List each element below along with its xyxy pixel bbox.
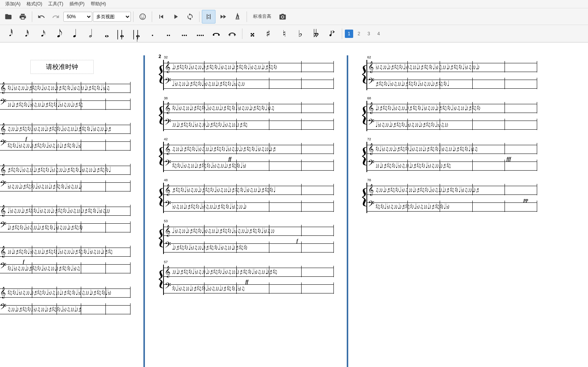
note-quarter-button[interactable]: 𝅘𝅥 [65, 26, 80, 41]
print-button[interactable] [16, 10, 30, 24]
treble-staff[interactable]: 𝄞 ♫ ♪♪ ♩♪ ♬ ♯♫ ♯♪ ♩ ♭♪ ♫ ♪♪ ♩♪ ♬ ♯♫ ♯♪ ♩… [0, 122, 130, 135]
treble-staff[interactable]: 57 𝄞 ♪♪ ♩♪ ♬ ♯♫ ♯♪ ♩ ♭♪ ♫ ♪♪ ♩♪ ♬ ♯♫ ♯♪ … [164, 265, 334, 278]
rewind-button[interactable] [154, 10, 168, 24]
loop-button[interactable] [183, 10, 197, 24]
treble-staff[interactable]: 𝄞 ♯♪ ♩ ♭♪ ♫ ♪♪ ♩♪ ♬ ♯♫ ♯♪ ♩ ♭♪ ♫ ♪♪ ♩♪ ♬… [0, 81, 130, 94]
score-page[interactable]: 请校准时钟 𝄔 𝄞 ♯♪ ♩ ♭♪ ♫ ♪♪ ♩♪ ♬ ♯♫ ♯♪ ♩ ♭♪ ♫… [0, 55, 137, 367]
note-16th-button[interactable]: 𝅘𝅥𝅯 [33, 26, 49, 41]
treble-staff[interactable]: 42 𝄞 ♫ ♪♪ ♩♪ ♬ ♯♫ ♯♪ ♩ ♭♪ ♫ ♪♪ ♩♪ ♬ ♯♫ ♯… [164, 142, 334, 155]
menu-tools[interactable]: 工具(T) [45, 0, 66, 8]
open-button[interactable] [2, 10, 15, 24]
bass-staff[interactable]: 𝄢 ♪♪ ♩♪ ♬ ♯♫ ♯♪ ♩ ♭♪ ♫ ♪♪ ♩♪ ♬ ♯♫ ♯♪ ♩ ♭… [164, 118, 334, 131]
treble-staff[interactable]: 78 𝄞 ♫ ♪♪ ♩♪ ♬ ♯♫ ♯♪ ♩ ♭♪ ♫ ♪♪ ♩♪ ♬ ♯♫ ♯… [367, 183, 537, 196]
staff-system[interactable]: 𝄔 32 𝄞 ♩♪ ♬ ♯♫ ♯♪ ♩ ♭♪ ♫ ♪♪ ♩♪ ♬ ♯♫ ♯♪ ♩… [158, 60, 334, 90]
camera-icon [279, 13, 286, 20]
screenshot-button[interactable] [276, 10, 289, 24]
tie-button[interactable] [209, 26, 224, 41]
zoom-select[interactable]: 50% [63, 12, 92, 22]
bass-staff[interactable]: 𝄢 ♯♫ ♯♪ ♩ ♭♪ ♫ ♪♪ ♩♪ ♬ ♯♫ ♯♪ ♩ ♭♪ ♫ ♪♪ ♩… [367, 199, 537, 213]
treble-staff[interactable]: 68 𝄞 ♩♪ ♬ ♯♫ ♯♪ ♩ ♭♪ ♫ ♪♪ ♩♪ ♬ ♯♫ ♯♪ ♩ ♭… [367, 101, 537, 114]
bass-staff[interactable]: 𝄢 ♭♪ ♫ ♪♪ ♩♪ ♬ ♯♫ ♯♪ ♩ ♭♪ ♫ ♪♪ ♩♪ ♬ ♯♫ ♯… [0, 179, 130, 193]
bass-staff[interactable]: 𝄢 ♪♪ ♩♪ ♬ ♯♫ ♯♪ ♩ ♭♪ ♫ ♪♪ ♩♪ ♬ ♯♫ ♯♪ ♩ ♭… [0, 97, 130, 111]
bass-staff[interactable]: 𝄢 ♯♪ ♩ ♭♪ ♫ ♪♪ ♩♪ ♬ ♯♫ ♯♪ ♩ ♭♪ ♫ ♪♪ ♩♪ ♬… [164, 281, 334, 295]
menu-add[interactable]: 添加(A) [2, 0, 24, 8]
natural-button[interactable]: ♮ [277, 26, 292, 41]
note-longa-button[interactable]: |𝅝|| [129, 26, 144, 41]
bass-staff[interactable]: 𝄢 ♩♪ ♬ ♯♫ ♯♪ ♩ ♭♪ ♫ ♪♪ ♩♪ ♬ ♯♫ ♯♪ ♩ ♭♪ ♫… [0, 220, 130, 234]
loop-playback-button[interactable] [202, 10, 215, 24]
undo-button[interactable] [35, 10, 48, 24]
staff-system[interactable]: 𝄔 𝄞 ♫ ♪♪ ♩♪ ♬ ♯♫ ♯♪ ♩ ♭♪ ♫ ♪♪ ♩♪ ♬ ♯♫ ♯♪… [0, 122, 130, 152]
treble-staff[interactable]: 53 𝄞 ♩ ♭♪ ♫ ♪♪ ♩♪ ♬ ♯♫ ♯♪ ♩ ♭♪ ♫ ♪♪ ♩♪ ♬… [164, 224, 334, 237]
treble-staff[interactable]: 𝄞 ♬ ♯♫ ♯♪ ♩ ♭♪ ♫ ♪♪ ♩♪ ♬ ♯♫ ♯♪ ♩ ♭♪ ♫ ♪♪… [0, 163, 130, 176]
note-half-button[interactable]: 𝅗𝅥 [81, 26, 96, 41]
concert-pitch-label[interactable]: 标准音高 [249, 13, 275, 20]
dot-2-button[interactable]: .. [161, 26, 176, 41]
bass-staff[interactable]: 𝄢 ♩♪ ♬ ♯♫ ♯♪ ♩ ♭♪ ♫ ♪♪ ♩♪ ♬ ♯♫ ♯♪ ♩ ♭♪ ♫… [164, 240, 334, 254]
svg-rect-3 [207, 14, 208, 19]
treble-staff[interactable]: 𝄞 ♩ ♭♪ ♫ ♪♪ ♩♪ ♬ ♯♫ ♯♪ ♩ ♭♪ ♫ ♪♪ ♩♪ ♬ ♯♫… [0, 204, 130, 217]
staff-system[interactable]: 𝄔 𝄞 ♬ ♯♫ ♯♪ ♩ ♭♪ ♫ ♪♪ ♩♪ ♬ ♯♫ ♯♪ ♩ ♭♪ ♫ … [0, 163, 130, 193]
double-flat-button[interactable]: 𝄫 [308, 26, 324, 41]
staff-system[interactable]: 𝄔 48 𝄞 ♬ ♯♫ ♯♪ ♩ ♭♪ ♫ ♪♪ ♩♪ ♬ ♯♫ ♯♪ ♩ ♭♪… [158, 183, 334, 213]
note-64th-button[interactable]: 𝅘𝅥𝅱 [2, 26, 17, 41]
flat-button[interactable]: ♭ [292, 26, 308, 41]
menu-help[interactable]: 帮助(H) [88, 0, 109, 8]
treble-staff[interactable]: 𝄞 ♪♪ ♩♪ ♬ ♯♫ ♯♪ ♩ ♭♪ ♫ ♪♪ ♩♪ ♬ ♯♫ ♯♪ ♩ ♭… [0, 245, 130, 258]
bass-staff[interactable]: 𝄢 ♯♫ ♯♪ ♩ ♭♪ ♫ ♪♪ ♩♪ ♬ ♯♫ ♯♪ ♩ ♭♪ ♫ ♪♪ ♩… [0, 138, 130, 152]
dot-3-button[interactable]: ... [177, 26, 192, 41]
bass-staff[interactable]: 𝄢 ♪♪ ♩♪ ♬ ♯♫ ♯♪ ♩ ♭♪ ♫ ♪♪ ♩♪ ♬ ♯♫ ♯♪ ♩ ♭… [367, 158, 537, 172]
mixer-button[interactable] [136, 10, 149, 24]
note-breve-button[interactable]: |𝅝| [113, 26, 128, 41]
staff-system[interactable]: 𝄔 57 𝄞 ♪♪ ♩♪ ♬ ♯♫ ♯♪ ♩ ♭♪ ♫ ♪♪ ♩♪ ♬ ♯♫ ♯… [158, 265, 334, 295]
staff-system[interactable]: 𝄔 42 𝄞 ♫ ♪♪ ♩♪ ♬ ♯♫ ♯♪ ♩ ♭♪ ♫ ♪♪ ♩♪ ♬ ♯♫… [158, 142, 334, 172]
staff-system[interactable]: 𝄔 𝄞 ♩ ♭♪ ♫ ♪♪ ♩♪ ♬ ♯♫ ♯♪ ♩ ♭♪ ♫ ♪♪ ♩♪ ♬ … [0, 204, 130, 234]
bass-staff[interactable]: 𝄢 ♬ ♯♫ ♯♪ ♩ ♭♪ ♫ ♪♪ ♩♪ ♬ ♯♫ ♯♪ ♩ ♭♪ ♫ ♪♪… [367, 77, 537, 90]
treble-staff[interactable]: 48 𝄞 ♬ ♯♫ ♯♪ ♩ ♭♪ ♫ ♪♪ ♩♪ ♬ ♯♫ ♯♪ ♩ ♭♪ ♫… [164, 183, 334, 196]
voice-2-button[interactable]: 2 [355, 30, 363, 38]
bass-staff[interactable]: 𝄢 ♩ ♭♪ ♫ ♪♪ ♩♪ ♬ ♯♫ ♯♪ ♩ ♭♪ ♫ ♪♪ ♩♪ ♬ ♯♫… [367, 118, 537, 131]
note-8th-button[interactable]: 𝅘𝅥𝅮 [49, 26, 64, 41]
score-page[interactable]: 𝄔 62 𝄞 ♭♪ ♫ ♪♪ ♩♪ ♬ ♯♫ ♯♪ ♩ ♭♪ ♫ ♪♪ ♩♪ ♬… [354, 55, 544, 367]
staff-system[interactable]: 𝄔 62 𝄞 ♭♪ ♫ ♪♪ ♩♪ ♬ ♯♫ ♯♪ ♩ ♭♪ ♫ ♪♪ ♩♪ ♬… [361, 60, 537, 90]
slur-button[interactable] [225, 26, 240, 41]
score-workspace[interactable]: 请校准时钟 𝄔 𝄞 ♯♪ ♩ ♭♪ ♫ ♪♪ ♩♪ ♬ ♯♫ ♯♪ ♩ ♭♪ ♫… [0, 42, 588, 367]
dot-1-button[interactable]: . [145, 26, 160, 41]
play-button[interactable] [169, 10, 182, 24]
bass-staff[interactable]: 𝄢 ♩ ♭♪ ♫ ♪♪ ♩♪ ♬ ♯♫ ♯♪ ♩ ♭♪ ♫ ♪♪ ♩♪ ♬ ♯♫… [164, 77, 334, 90]
note-whole-button[interactable]: 𝅝 [97, 26, 112, 41]
note-32nd-button[interactable]: 𝅘𝅥𝅰 [17, 26, 33, 41]
bass-staff[interactable]: 𝄢 ♯♫ ♯♪ ♩ ♭♪ ♫ ♪♪ ♩♪ ♬ ♯♫ ♯♪ ♩ ♭♪ ♫ ♪♪ ♩… [164, 158, 334, 172]
staff-system[interactable]: 𝄔 72 𝄞 ♯♪ ♩ ♭♪ ♫ ♪♪ ♩♪ ♬ ♯♫ ♯♪ ♩ ♭♪ ♫ ♪♪… [361, 142, 537, 172]
staff-system[interactable]: 𝄔 𝄞 ♪♪ ♩♪ ♬ ♯♫ ♯♪ ♩ ♭♪ ♫ ♪♪ ♩♪ ♬ ♯♫ ♯♪ ♩… [0, 245, 130, 275]
staff-system[interactable]: 𝄔 𝄞 ♯♪ ♩ ♭♪ ♫ ♪♪ ♩♪ ♬ ♯♫ ♯♪ ♩ ♭♪ ♫ ♪♪ ♩♪… [0, 81, 130, 111]
bass-staff[interactable]: 𝄢 ♫ ♪♪ ♩♪ ♬ ♯♫ ♯♪ ♩ ♭♪ ♫ ♪♪ ♩♪ ♬ ♯♫ ♯♪ ♩… [0, 302, 130, 316]
staff-system[interactable]: 𝄔 53 𝄞 ♩ ♭♪ ♫ ♪♪ ♩♪ ♬ ♯♫ ♯♪ ♩ ♭♪ ♫ ♪♪ ♩♪… [158, 224, 334, 254]
sharp-button[interactable]: ♯ [261, 26, 276, 41]
redo-button[interactable] [49, 10, 63, 24]
menu-plugins[interactable]: 插件(P) [66, 0, 88, 8]
voice-1-button[interactable]: 1 [345, 30, 353, 38]
treble-staff[interactable]: 𝄞 ♯♫ ♯♪ ♩ ♭♪ ♫ ♪♪ ♩♪ ♬ ♯♫ ♯♪ ♩ ♭♪ ♫ ♪♪ ♩… [0, 285, 130, 299]
treble-staff[interactable]: 38 𝄞 ♯♪ ♩ ♭♪ ♫ ♪♪ ♩♪ ♬ ♯♫ ♯♪ ♩ ♭♪ ♫ ♪♪ ♩… [164, 101, 334, 114]
view-mode-select[interactable]: 多页视图 [93, 12, 131, 22]
bass-staff[interactable]: 𝄢 ♭♪ ♫ ♪♪ ♩♪ ♬ ♯♫ ♯♪ ♩ ♭♪ ♫ ♪♪ ♩♪ ♬ ♯♫ ♯… [164, 199, 334, 213]
treble-staff[interactable]: 32 𝄞 ♩♪ ♬ ♯♫ ♯♪ ♩ ♭♪ ♫ ♪♪ ♩♪ ♬ ♯♫ ♯♪ ♩ ♭… [164, 60, 334, 74]
staff-system[interactable]: 𝄔 𝄞 ♯♫ ♯♪ ♩ ♭♪ ♫ ♪♪ ♩♪ ♬ ♯♫ ♯♪ ♩ ♭♪ ♫ ♪♪… [0, 285, 130, 316]
bass-staff[interactable]: 𝄢 ♯♪ ♩ ♭♪ ♫ ♪♪ ♩♪ ♬ ♯♫ ♯♪ ♩ ♭♪ ♫ ♪♪ ♩♪ ♬… [0, 261, 130, 275]
double-sharp-button[interactable]: 𝄪 [245, 26, 260, 41]
voice-4-button[interactable]: 4 [374, 30, 383, 38]
voice-3-button[interactable]: 3 [365, 30, 373, 38]
dot-4-button[interactable]: .... [193, 26, 208, 41]
treble-staff[interactable]: 72 𝄞 ♯♪ ♩ ♭♪ ♫ ♪♪ ♩♪ ♬ ♯♫ ♯♪ ♩ ♭♪ ♫ ♪♪ ♩… [367, 142, 537, 155]
skip-end-button[interactable] [216, 10, 230, 24]
menu-format[interactable]: 格式(O) [24, 0, 45, 8]
staff-system[interactable]: 𝄔 38 𝄞 ♯♪ ♩ ♭♪ ♫ ♪♪ ♩♪ ♬ ♯♫ ♯♪ ♩ ♭♪ ♫ ♪♪… [158, 101, 334, 131]
score-page[interactable]: 2 𝄔 32 𝄞 ♩♪ ♬ ♯♫ ♯♪ ♩ ♭♪ ♫ ♪♪ ♩♪ ♬ ♯♫ ♯♪… [151, 55, 341, 367]
staff-system[interactable]: 𝄔 68 𝄞 ♩♪ ♬ ♯♫ ♯♪ ♩ ♭♪ ♫ ♪♪ ♩♪ ♬ ♯♫ ♯♪ ♩… [361, 101, 537, 131]
score-title[interactable]: 请校准时钟 [30, 60, 94, 74]
staff-system[interactable]: 𝄔 78 𝄞 ♫ ♪♪ ♩♪ ♬ ♯♫ ♯♪ ♩ ♭♪ ♫ ♪♪ ♩♪ ♬ ♯♫… [361, 183, 537, 213]
metronome-button[interactable] [231, 10, 244, 24]
flip-button[interactable] [324, 26, 340, 41]
treble-staff[interactable]: 62 𝄞 ♭♪ ♫ ♪♪ ♩♪ ♬ ♯♫ ♯♪ ♩ ♭♪ ♫ ♪♪ ♩♪ ♬ ♯… [367, 60, 537, 74]
